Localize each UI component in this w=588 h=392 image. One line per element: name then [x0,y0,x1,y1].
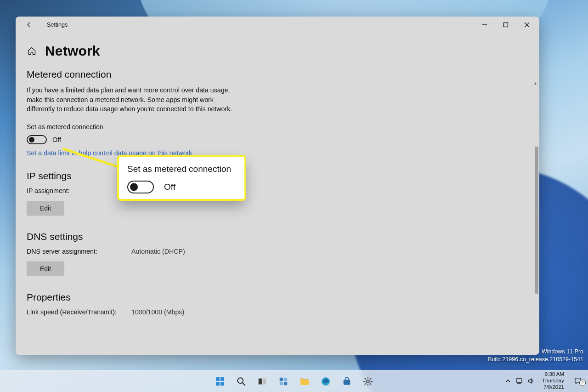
maximize-button[interactable] [495,17,516,33]
callout-toggle-state: Off [164,182,175,192]
svg-rect-18 [516,379,522,382]
back-button[interactable] [22,18,36,32]
svg-rect-6 [220,382,224,386]
callout-toggle[interactable] [127,181,154,193]
desktop-edition: Windows 11 Pro [488,348,583,356]
page-body: ▴ Network Metered connection If you have… [16,33,539,355]
edge-icon [320,376,331,387]
svg-line-8 [243,382,245,385]
widgets-icon [278,376,288,386]
network-icon [515,378,523,384]
scroll-up-arrow[interactable]: ▴ [534,81,539,85]
titlebar: Settings [16,17,539,33]
taskbar-clock[interactable]: 9:38 AM Thursday 7/8/2021 [542,371,564,390]
tray-overflow[interactable] [505,378,511,384]
window-title: Settings [47,22,68,28]
section-properties-heading: Properties [27,292,528,303]
link-speed-value: 1000/1000 (Mbps) [131,308,184,316]
svg-rect-14 [284,381,287,385]
link-speed-row: Link speed (Receive/Transmit): 1000/1000… [27,308,528,316]
taskbar-taskview[interactable] [254,374,270,389]
settings-window: Settings ▴ Network Metered connection If… [16,17,539,355]
notifications-button[interactable]: 2 [571,377,584,385]
svg-rect-13 [280,381,283,385]
svg-rect-9 [259,378,262,384]
svg-rect-1 [504,23,508,27]
arrow-left-icon [26,22,32,28]
clock-time: 9:38 AM [542,371,564,378]
taskbar-store[interactable] [339,374,355,389]
taskbar-file-explorer[interactable] [297,374,312,389]
notifications-badge: 2 [579,380,586,386]
close-button[interactable] [516,17,537,33]
clock-day: Thursday [542,378,564,384]
section-metered-heading: Metered connection [27,69,528,80]
dns-edit-button[interactable]: Edit [27,261,64,276]
svg-rect-10 [263,378,266,384]
dns-assignment-label: DNS server assignment: [27,248,123,255]
metered-toggle-row: Off [27,135,528,144]
svg-rect-11 [280,377,283,381]
store-icon [342,376,352,386]
taskbar-settings[interactable] [360,374,376,389]
svg-rect-12 [284,377,287,381]
taskbar-widgets[interactable] [276,374,291,389]
link-speed-label: Link speed (Receive/Transmit): [27,308,123,316]
svg-rect-16 [344,380,351,385]
desktop-build-info: Windows 11 Pro Build 21996.co_release.21… [488,348,583,364]
dns-assignment-row: DNS server assignment: Automatic (DHCP) [27,248,528,255]
desktop-build: Build 21996.co_release.210529-1541 [488,356,583,364]
taskbar-search[interactable] [233,374,249,389]
taskbar: 9:38 AM Thursday 7/8/2021 2 [0,370,588,392]
tray-volume-icon[interactable] [527,378,535,384]
start-button[interactable] [212,374,228,389]
folder-icon [299,376,310,387]
section-ip-heading: IP settings [27,170,528,182]
ip-assignment-label: IP assignment: [27,187,123,194]
ip-assignment-row: IP assignment: Automatic (DHCP) [27,187,528,194]
data-limit-link[interactable]: Set a data limit to help control data us… [27,149,192,157]
page-header: Network [27,43,528,59]
close-icon [524,22,530,28]
callout-title: Set as metered connection [127,164,236,174]
svg-rect-5 [216,382,220,386]
metered-description: If you have a limited data plan and want… [27,85,238,114]
gear-icon [363,376,373,386]
taskbar-center [212,374,376,389]
svg-rect-4 [220,377,224,381]
minimize-icon [482,22,487,28]
chevron-up-icon [505,378,511,384]
speaker-icon [527,378,535,384]
page-title: Network [45,43,100,59]
svg-point-17 [367,380,369,383]
system-tray: 9:38 AM Thursday 7/8/2021 2 [505,370,584,392]
tray-network-icon[interactable] [515,378,523,384]
minimize-button[interactable] [474,17,495,33]
metered-toggle[interactable] [27,135,47,144]
metered-toggle-label: Set as metered connection [27,123,528,131]
maximize-icon [503,22,509,28]
metered-toggle-state: Off [52,136,61,143]
clock-date: 7/8/2021 [542,384,564,391]
search-icon [236,376,246,386]
taskbar-edge[interactable] [318,374,334,389]
home-icon[interactable] [27,46,37,56]
dns-assignment-value: Automatic (DHCP) [131,248,185,255]
scrollbar-thumb[interactable] [535,147,538,294]
ip-edit-button[interactable]: Edit [27,201,64,216]
windows-logo-icon [215,376,226,387]
task-view-icon [257,376,267,386]
svg-rect-3 [216,377,220,381]
callout-panel: Set as metered connection Off [119,157,244,199]
section-dns-heading: DNS settings [27,231,528,242]
